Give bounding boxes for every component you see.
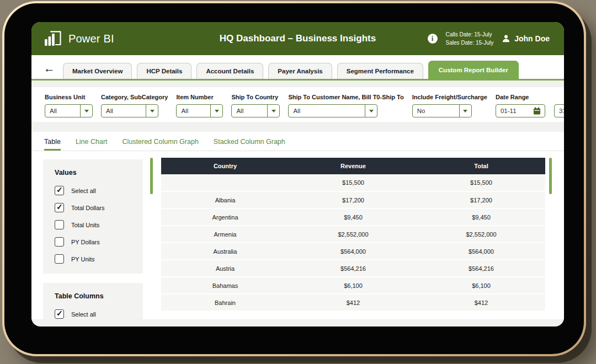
table-row: Argentina $9,450 $9,450 (161, 208, 545, 226)
view-tab[interactable]: Stacked Column Graph (214, 138, 285, 151)
table-row: Australia $564,000 $564,000 (161, 243, 545, 260)
view-tab[interactable]: Clustered Column Graph (123, 138, 199, 151)
powerbi-logo-icon (44, 30, 62, 47)
scrollbar-right[interactable] (549, 158, 552, 194)
filter-label: Include Freight/Surcharge (412, 94, 487, 100)
table-cell-revenue: $564,000 (289, 243, 417, 260)
table-cell-revenue: $2,552,000 (289, 226, 417, 243)
column-header: Revenue (289, 158, 417, 174)
filter-dropdown[interactable]: All (288, 104, 377, 117)
filter-group: Business Unit All (45, 94, 93, 117)
checkbox-row[interactable]: PY Dollars (55, 237, 136, 247)
filter-dropdown[interactable]: All (45, 104, 93, 117)
nav-tab[interactable]: Payer Analysis (268, 63, 332, 79)
checkbox-label: PY Dollars (71, 239, 100, 245)
dropdown-caret-box (267, 105, 279, 117)
nav-tab[interactable]: Account Details (196, 63, 263, 79)
filter-label: Date Range (496, 94, 564, 100)
filter-label: Ship To Country (231, 94, 280, 100)
checkbox-label: Total Dollars (71, 205, 105, 211)
date-boxes: 01-11 31-10 (496, 104, 564, 117)
table-wrap: CountryRevenueTotal $15,500 $15,500 Alba… (161, 158, 545, 312)
chevron-down-icon (463, 110, 467, 113)
filter-label: Ship To Customer Name, Bill T0-Ship To (288, 94, 403, 100)
table-columns-panel: Table Columns Select all (43, 283, 143, 319)
scrollbar-left[interactable] (150, 158, 153, 194)
filter-dropdown[interactable]: No (412, 104, 472, 117)
chevron-down-icon (369, 110, 374, 113)
filter-dropdown[interactable]: All (231, 104, 280, 117)
brand-name: Power BI (68, 33, 114, 45)
checkbox[interactable] (55, 220, 64, 229)
brand: Power BI (31, 30, 114, 47)
view-tab[interactable]: Table (44, 138, 61, 151)
table-cell-revenue: $564,216 (289, 260, 417, 277)
back-button[interactable]: ← (44, 62, 55, 74)
filter-dropdown[interactable]: All (176, 104, 223, 117)
table-cell-total: $6,100 (417, 277, 545, 294)
values-panel: Values Select all Total Dollars Total Un… (43, 159, 143, 274)
dropdown-value: No (413, 108, 459, 114)
checkbox[interactable] (55, 254, 64, 264)
nav-tab[interactable]: HCP Details (137, 63, 191, 79)
dropdown-caret-box (459, 105, 471, 117)
checkbox[interactable] (55, 186, 64, 195)
filter-group: Ship To Customer Name, Bill T0-Ship To A… (288, 94, 403, 117)
table-row: Albania $17,200 $17,200 (161, 191, 545, 208)
table-cell-revenue: $17,200 (289, 191, 417, 208)
canvas: Power BI HQ Dashboard – Business Insight… (0, 0, 596, 364)
dropdown-value: All (177, 108, 210, 114)
checkbox-row[interactable]: Total Units (55, 220, 136, 229)
filter-label: Item Number (176, 94, 223, 100)
table-row: $15,500 $15,500 (161, 174, 545, 191)
table-row: Armenia $2,552,000 $2,552,000 (161, 226, 545, 243)
calls-date: Calls Date: 15-July (446, 30, 494, 39)
dropdown-value: All (232, 108, 267, 114)
date-status: Calls Date: 15-July Sales Date: 15-July (446, 30, 494, 47)
header-right: i Calls Date: 15-July Sales Date: 15-Jul… (428, 30, 565, 47)
date-start-value: 01-11 (501, 108, 517, 114)
page-title: HQ Dashboard – Business Insights (220, 33, 376, 44)
nav-tab[interactable]: Custom Report Builder (428, 61, 519, 79)
sales-date: Sales Date: 15-July (446, 39, 494, 47)
table-cell-revenue: $412 (289, 294, 417, 311)
checkbox-label: Select all (71, 311, 96, 318)
table-cell-country: Austria (161, 260, 289, 277)
checkbox-row[interactable]: Select all (55, 309, 136, 319)
sidebar: Values Select all Total Dollars Total Un… (43, 159, 143, 319)
user-name: John Doe (514, 34, 550, 43)
checkbox-row[interactable]: Select all (55, 186, 136, 195)
calendar-icon (533, 107, 541, 115)
filter-dropdown[interactable]: All (101, 104, 158, 117)
nav-tab[interactable]: Segment Performance (337, 63, 423, 79)
date-input-end[interactable]: 31-10 (554, 104, 564, 117)
checkbox[interactable] (55, 309, 64, 319)
table-cell-country (161, 174, 289, 191)
dropdown-value: All (45, 108, 80, 114)
app-header: Power BI HQ Dashboard – Business Insight… (31, 22, 564, 55)
checkbox-label: Total Units (71, 222, 99, 228)
dropdown-value: All (102, 108, 146, 114)
table-row: Austria $564,216 $564,216 (161, 260, 545, 277)
panel-title: Values (55, 169, 136, 176)
checkbox-row[interactable]: Total Dollars (55, 203, 136, 212)
filter-group: Item Number All (176, 94, 223, 117)
checkbox[interactable] (55, 237, 64, 247)
table-cell-total: $2,552,000 (417, 226, 545, 243)
user-menu[interactable]: John Doe (502, 34, 550, 43)
filter-label: Business Unit (45, 94, 93, 100)
table-cell-total: $564,216 (417, 260, 545, 277)
checkbox-row[interactable]: PY Units (55, 254, 136, 264)
report-panel: TableLine ChartClustered Column GraphSta… (31, 132, 564, 319)
nav-tab[interactable]: Market Overview (63, 63, 132, 79)
info-icon[interactable]: i (428, 34, 438, 44)
nav-tab-bar: ← Market OverviewHCP DetailsAccount Deta… (31, 55, 564, 81)
chevron-down-icon (272, 110, 276, 113)
chevron-down-icon (215, 110, 219, 113)
table-cell-country: Bahamas (161, 277, 289, 294)
view-tab[interactable]: Line Chart (76, 138, 108, 151)
checkbox[interactable] (55, 203, 64, 212)
date-input-start[interactable]: 01-11 (496, 104, 545, 117)
table-row: Bahamas $6,100 $6,100 (161, 277, 545, 294)
data-table: CountryRevenueTotal $15,500 $15,500 Alba… (161, 158, 545, 312)
